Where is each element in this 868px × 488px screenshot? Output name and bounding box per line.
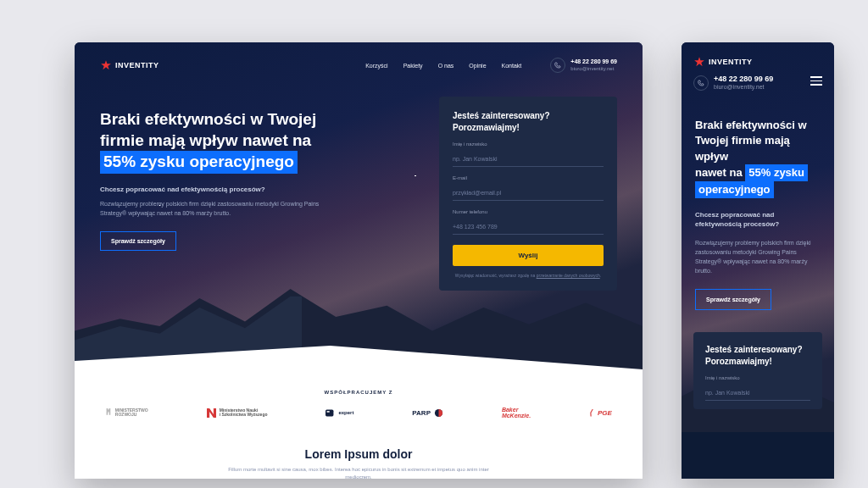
- privacy-link[interactable]: przetwarzanie danych osobowych: [537, 273, 600, 278]
- mobile-highlight-1: 55% zysku: [745, 164, 808, 181]
- nav-korzysci[interactable]: Korzyści: [365, 63, 387, 69]
- mobile-header: INVENTITY +48 22 280 99 69 biuro@inventi…: [682, 42, 834, 96]
- nav-kontakt[interactable]: Kontakt: [502, 63, 522, 69]
- lorem-body: Fillum morte multavit si sine causa, mox…: [223, 466, 494, 479]
- hero-title-line1: Braki efektywności w Twojej: [100, 110, 316, 128]
- mobile-name-input[interactable]: [705, 387, 810, 401]
- disclaimer-text: Wysyłając wiadomość, wyrażasz zgodę na: [455, 273, 537, 278]
- partner-ministerstwo-rozwoju: MINISTERSTWOROZWOJU: [105, 408, 148, 418]
- mobile-email[interactable]: biuro@inventity.net: [714, 84, 773, 91]
- email-label: E-mail: [453, 175, 604, 180]
- nav-pakiety[interactable]: Pakiety: [403, 63, 423, 69]
- svg-rect-0: [326, 409, 333, 416]
- mobile-hero: Braki efektywności w Twojej firmie mają …: [682, 96, 834, 310]
- header-contact: +48 22 280 99 69 biuro@inventity.net: [550, 58, 617, 73]
- form-title-line1: Jesteś zainteresowany?: [453, 111, 550, 120]
- hero-cta-button[interactable]: Sprawdź szczegóły: [100, 231, 176, 251]
- mobile-logo[interactable]: INVENTITY: [693, 56, 822, 68]
- hero-section: Braki efektywności w Twojej firmie mają …: [75, 88, 643, 316]
- mobile-highlight-2: operacyjnego: [695, 181, 774, 198]
- mobile-form-title: Jesteś zainteresowany? Porozmawiajmy!: [705, 344, 810, 367]
- collab-heading: WSPÓŁPRACUJEMY Z: [100, 390, 617, 395]
- nav-opinie[interactable]: Opinie: [469, 63, 486, 69]
- mobile-hero-title: Braki efektywności w Twojej firmie mają …: [695, 118, 821, 198]
- phone-input[interactable]: [453, 221, 604, 235]
- form-disclaimer: Wysyłając wiadomość, wyrażasz zgodę na p…: [453, 273, 604, 279]
- logo[interactable]: INVENTITY: [100, 59, 159, 71]
- lorem-section: Lorem Ipsum dolor Fillum morte multavit …: [100, 447, 617, 479]
- logo-text: INVENTITY: [115, 61, 159, 69]
- partner-parp: PARP: [412, 408, 443, 418]
- hamburger-menu-icon[interactable]: [810, 76, 822, 86]
- header-phone[interactable]: +48 22 280 99 69: [570, 58, 617, 65]
- hero-body: Rozwiązujemy problemy polskich firm dzię…: [100, 200, 320, 218]
- phone-icon: [550, 58, 565, 73]
- name-input[interactable]: [453, 153, 604, 167]
- hero-title: Braki efektywności w Twojej firmie mają …: [100, 109, 417, 174]
- mobile-hero-body: Rozwiązujemy problemy polskich firm dzię…: [695, 238, 821, 276]
- partners-section: WSPÓŁPRACUJEMY Z MINISTERSTWOROZWOJU Min…: [75, 346, 643, 479]
- email-input[interactable]: [453, 187, 604, 201]
- nav-onas[interactable]: O nas: [438, 63, 454, 69]
- phone-label: Numer telefonu: [453, 209, 604, 214]
- logo-star-icon: [100, 59, 112, 71]
- hero-title-line2: firmie mają wpływ nawet na: [100, 131, 311, 149]
- mobile-hero-sub: Chcesz popracować nad efektywnością proc…: [695, 210, 821, 229]
- hero-copy: Braki efektywności w Twojej firmie mają …: [100, 105, 417, 299]
- name-label: Imię i nazwisko: [453, 141, 604, 147]
- hero-highlight: 55% zysku operacyjnego: [100, 151, 298, 174]
- mobile-mockup: INVENTITY +48 22 280 99 69 biuro@inventi…: [682, 42, 834, 479]
- hero-subtitle: Chcesz popracować nad efektywnością proc…: [100, 186, 417, 193]
- mobile-logo-text: INVENTITY: [709, 58, 753, 66]
- desktop-mockup: INVENTITY Korzyści Pakiety O nas Opinie …: [75, 42, 643, 479]
- partner-logos-row: MINISTERSTWOROZWOJU Ministerstwo Naukii …: [100, 407, 617, 419]
- partner-pge: ⟨PGE: [589, 408, 612, 417]
- form-title: Jesteś zainteresowany? Porozmawiajmy!: [453, 110, 604, 133]
- partner-ministerstwo-nauki: Ministerstwo Naukii Szkolnictwa Wyższego: [207, 408, 268, 418]
- phone-icon: [693, 75, 709, 91]
- svg-rect-1: [327, 411, 330, 413]
- logo-star-icon: [693, 56, 705, 68]
- lorem-title: Lorem Ipsum dolor: [100, 447, 617, 461]
- submit-button[interactable]: Wyślij: [453, 245, 604, 266]
- form-title-line2: Porozmawiajmy!: [453, 123, 520, 132]
- partner-baker-mckenzie: BakerMcKenzie.: [502, 407, 531, 419]
- contact-form-card: Jesteś zainteresowany? Porozmawiajmy! Im…: [439, 97, 617, 291]
- mobile-name-label: Imię i nazwisko: [705, 375, 810, 380]
- header-email[interactable]: biuro@inventity.net: [570, 66, 617, 72]
- header: INVENTITY Korzyści Pakiety O nas Opinie …: [75, 42, 643, 88]
- mobile-phone[interactable]: +48 22 280 99 69: [714, 75, 773, 84]
- main-nav: Korzyści Pakiety O nas Opinie Kontakt: [365, 63, 521, 69]
- mobile-cta-button[interactable]: Sprawdź szczegóły: [695, 289, 771, 310]
- partner-expert: expert: [326, 408, 353, 418]
- mobile-form-card: Jesteś zainteresowany? Porozmawiajmy! Im…: [693, 332, 822, 409]
